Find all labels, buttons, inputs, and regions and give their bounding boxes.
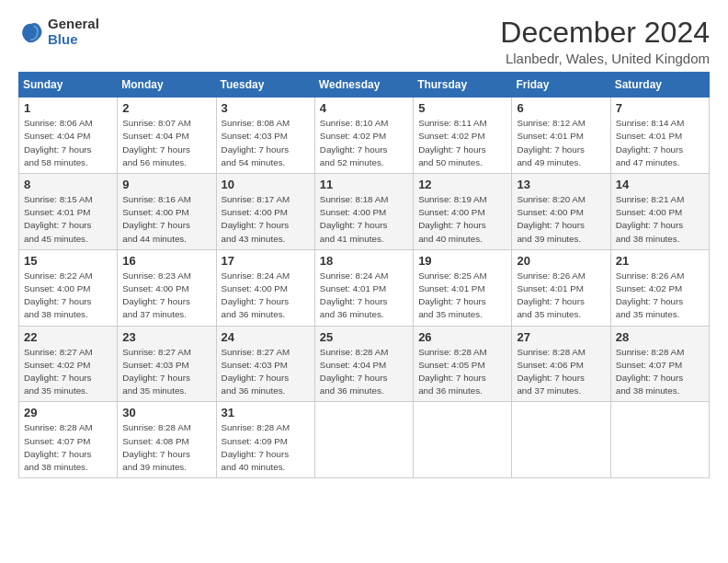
table-row: 3Sunrise: 8:08 AMSunset: 4:03 PMDaylight… xyxy=(216,98,314,174)
week-row: 22Sunrise: 8:27 AMSunset: 4:02 PMDayligh… xyxy=(19,326,710,402)
table-row: 22Sunrise: 8:27 AMSunset: 4:02 PMDayligh… xyxy=(19,326,118,402)
logo-text: General Blue xyxy=(48,17,99,47)
table-row xyxy=(610,402,709,478)
col-thursday: Thursday xyxy=(414,73,512,98)
page: General Blue December 2024 Llanbedr, Wal… xyxy=(0,0,728,491)
table-row: 8Sunrise: 8:15 AMSunset: 4:01 PMDaylight… xyxy=(19,174,118,250)
table-row: 29Sunrise: 8:28 AMSunset: 4:07 PMDayligh… xyxy=(19,402,118,478)
table-row: 19Sunrise: 8:25 AMSunset: 4:01 PMDayligh… xyxy=(414,249,512,326)
table-row: 17Sunrise: 8:24 AMSunset: 4:00 PMDayligh… xyxy=(216,249,314,326)
subtitle: Llanbedr, Wales, United Kingdom xyxy=(500,51,710,66)
table-row: 23Sunrise: 8:27 AMSunset: 4:03 PMDayligh… xyxy=(118,326,216,402)
col-monday: Monday xyxy=(118,73,216,98)
table-row: 9Sunrise: 8:16 AMSunset: 4:00 PMDaylight… xyxy=(118,174,216,250)
table-row: 30Sunrise: 8:28 AMSunset: 4:08 PMDayligh… xyxy=(118,402,216,478)
table-row xyxy=(314,402,413,478)
week-row: 29Sunrise: 8:28 AMSunset: 4:07 PMDayligh… xyxy=(19,402,710,478)
col-sunday: Sunday xyxy=(19,73,118,98)
calendar-table: Sunday Monday Tuesday Wednesday Thursday… xyxy=(18,72,710,478)
week-row: 15Sunrise: 8:22 AMSunset: 4:00 PMDayligh… xyxy=(19,249,710,326)
table-row: 20Sunrise: 8:26 AMSunset: 4:01 PMDayligh… xyxy=(512,249,610,326)
table-row: 24Sunrise: 8:27 AMSunset: 4:03 PMDayligh… xyxy=(216,326,314,402)
table-row: 2Sunrise: 8:07 AMSunset: 4:04 PMDaylight… xyxy=(118,98,216,174)
table-row: 5Sunrise: 8:11 AMSunset: 4:02 PMDaylight… xyxy=(414,98,512,174)
col-wednesday: Wednesday xyxy=(314,73,413,98)
table-row: 31Sunrise: 8:28 AMSunset: 4:09 PMDayligh… xyxy=(216,402,314,478)
col-saturday: Saturday xyxy=(610,73,709,98)
table-row: 4Sunrise: 8:10 AMSunset: 4:02 PMDaylight… xyxy=(314,98,413,174)
table-row: 1Sunrise: 8:06 AMSunset: 4:04 PMDaylight… xyxy=(19,98,118,174)
logo-general: General xyxy=(48,17,99,32)
main-title: December 2024 xyxy=(500,17,710,49)
table-row: 6Sunrise: 8:12 AMSunset: 4:01 PMDaylight… xyxy=(512,98,610,174)
table-row: 11Sunrise: 8:18 AMSunset: 4:00 PMDayligh… xyxy=(314,174,413,250)
table-row: 10Sunrise: 8:17 AMSunset: 4:00 PMDayligh… xyxy=(216,174,314,250)
table-row: 26Sunrise: 8:28 AMSunset: 4:05 PMDayligh… xyxy=(414,326,512,402)
title-area: December 2024 Llanbedr, Wales, United Ki… xyxy=(500,17,710,66)
table-row: 18Sunrise: 8:24 AMSunset: 4:01 PMDayligh… xyxy=(314,249,413,326)
table-row: 25Sunrise: 8:28 AMSunset: 4:04 PMDayligh… xyxy=(314,326,413,402)
week-row: 8Sunrise: 8:15 AMSunset: 4:01 PMDaylight… xyxy=(19,174,710,250)
table-row: 12Sunrise: 8:19 AMSunset: 4:00 PMDayligh… xyxy=(414,174,512,250)
col-tuesday: Tuesday xyxy=(216,73,314,98)
logo-icon xyxy=(18,19,44,45)
table-row xyxy=(414,402,512,478)
table-row: 15Sunrise: 8:22 AMSunset: 4:00 PMDayligh… xyxy=(19,249,118,326)
table-row: 28Sunrise: 8:28 AMSunset: 4:07 PMDayligh… xyxy=(610,326,709,402)
table-row xyxy=(512,402,610,478)
logo-blue: Blue xyxy=(48,32,99,48)
col-friday: Friday xyxy=(512,73,610,98)
table-row: 13Sunrise: 8:20 AMSunset: 4:00 PMDayligh… xyxy=(512,174,610,250)
table-row: 21Sunrise: 8:26 AMSunset: 4:02 PMDayligh… xyxy=(610,249,709,326)
week-row: 1Sunrise: 8:06 AMSunset: 4:04 PMDaylight… xyxy=(19,98,710,174)
table-row: 27Sunrise: 8:28 AMSunset: 4:06 PMDayligh… xyxy=(512,326,610,402)
logo: General Blue xyxy=(18,17,99,47)
table-row: 16Sunrise: 8:23 AMSunset: 4:00 PMDayligh… xyxy=(118,249,216,326)
header-row: Sunday Monday Tuesday Wednesday Thursday… xyxy=(19,73,710,98)
table-row: 7Sunrise: 8:14 AMSunset: 4:01 PMDaylight… xyxy=(610,98,709,174)
table-row: 14Sunrise: 8:21 AMSunset: 4:00 PMDayligh… xyxy=(610,174,709,250)
header-area: General Blue December 2024 Llanbedr, Wal… xyxy=(18,17,710,66)
